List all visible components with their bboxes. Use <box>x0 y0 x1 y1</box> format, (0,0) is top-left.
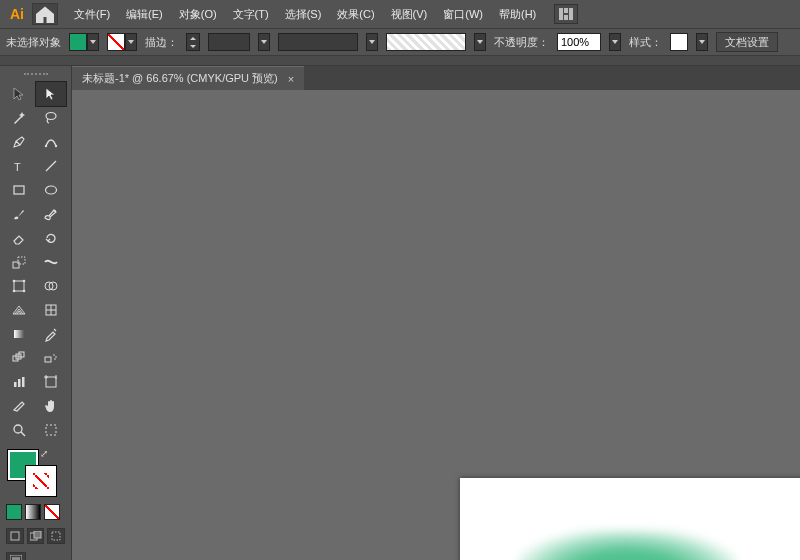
screen-mode-row <box>0 548 71 560</box>
width-tool[interactable] <box>36 250 66 274</box>
opacity-dropdown[interactable] <box>609 33 621 51</box>
fill-swatch[interactable] <box>69 33 87 51</box>
document-setup-button[interactable]: 文档设置 <box>716 32 778 52</box>
hand-tool[interactable] <box>36 394 66 418</box>
draw-normal[interactable] <box>6 528 24 544</box>
pen-tool[interactable] <box>4 130 34 154</box>
slice-tool[interactable] <box>4 394 34 418</box>
screen-mode-button[interactable] <box>6 552 26 560</box>
symbol-sprayer-tool[interactable] <box>36 346 66 370</box>
color-mode-none[interactable] <box>44 504 60 520</box>
zoom-tool[interactable] <box>4 418 34 442</box>
draw-behind-icon <box>30 531 42 541</box>
rotate-tool[interactable] <box>36 226 66 250</box>
blurred-rectangle-object[interactable] <box>517 530 737 560</box>
document-tab[interactable]: 未标题-1* @ 66.67% (CMYK/GPU 预览) × <box>72 66 304 90</box>
graphic-style-swatch[interactable] <box>670 33 688 51</box>
fill-dropdown[interactable] <box>87 33 99 51</box>
magic-wand-tool[interactable] <box>4 106 34 130</box>
transform-icon <box>11 278 27 294</box>
menu-help[interactable]: 帮助(H) <box>491 3 544 26</box>
brush-definition[interactable] <box>386 33 466 51</box>
stroke-color-box[interactable] <box>26 466 56 496</box>
svg-rect-3 <box>569 8 573 20</box>
svg-point-5 <box>44 145 46 147</box>
curvature-tool[interactable] <box>36 130 66 154</box>
artboard-tool[interactable] <box>36 370 66 394</box>
svg-point-15 <box>13 280 16 283</box>
document-tabbar: 未标题-1* @ 66.67% (CMYK/GPU 预览) × <box>0 66 800 90</box>
width-icon <box>43 254 59 270</box>
menu-type[interactable]: 文字(T) <box>225 3 277 26</box>
blend-tool[interactable] <box>4 346 34 370</box>
menu-object[interactable]: 对象(O) <box>171 3 225 26</box>
variable-width-profile[interactable] <box>278 33 358 51</box>
svg-point-11 <box>54 210 56 212</box>
print-tiling-tool[interactable] <box>36 418 66 442</box>
style-label: 样式： <box>629 35 662 50</box>
menu-window[interactable]: 窗口(W) <box>435 3 491 26</box>
ellipse-tool[interactable] <box>36 178 66 202</box>
eyedropper-tool[interactable] <box>36 322 66 346</box>
line-icon <box>43 158 59 174</box>
paintbrush-tool[interactable] <box>4 202 34 226</box>
fill-stroke-controls: ⤢ <box>0 444 71 500</box>
selection-tool[interactable] <box>4 82 34 106</box>
menu-select[interactable]: 选择(S) <box>277 3 330 26</box>
curvature-icon <box>43 134 59 150</box>
type-tool[interactable]: T <box>4 154 34 178</box>
menu-file[interactable]: 文件(F) <box>66 3 118 26</box>
svg-point-6 <box>54 145 56 147</box>
blob-brush-tool[interactable] <box>36 202 66 226</box>
lasso-tool[interactable] <box>36 106 66 130</box>
svg-point-39 <box>14 425 22 433</box>
stroke-weight-field[interactable] <box>208 33 250 51</box>
panel-grip[interactable] <box>0 70 71 80</box>
draw-behind[interactable] <box>27 528 45 544</box>
arrange-documents-button[interactable] <box>554 4 578 24</box>
column-graph-tool[interactable] <box>4 370 34 394</box>
svg-rect-42 <box>11 532 19 540</box>
stroke-dropdown[interactable] <box>125 33 137 51</box>
opacity-field[interactable]: 100% <box>557 33 601 51</box>
graph-icon <box>11 374 27 390</box>
color-mode-row <box>0 500 71 524</box>
mesh-tool[interactable] <box>36 298 66 322</box>
gradient-tool[interactable] <box>4 322 34 346</box>
swap-fill-stroke[interactable]: ⤢ <box>40 448 48 459</box>
canvas-area[interactable] <box>72 90 800 560</box>
tab-close-button[interactable]: × <box>288 73 294 85</box>
color-mode-gradient[interactable] <box>25 504 41 520</box>
stroke-weight-stepper[interactable] <box>186 33 200 51</box>
stroke-swatch[interactable] <box>107 33 125 51</box>
menu-edit[interactable]: 编辑(E) <box>118 3 171 26</box>
style-dropdown[interactable] <box>696 33 708 51</box>
app-logo: Ai <box>4 3 30 25</box>
mesh-icon <box>43 302 59 318</box>
eraser-tool[interactable] <box>4 226 34 250</box>
stroke-weight-dropdown[interactable] <box>258 33 270 51</box>
svg-rect-35 <box>46 377 56 387</box>
shape-builder-tool[interactable] <box>36 274 66 298</box>
width-profile-dropdown[interactable] <box>366 33 378 51</box>
line-segment-tool[interactable] <box>36 154 66 178</box>
home-button[interactable] <box>32 3 58 25</box>
app-menubar: Ai 文件(F) 编辑(E) 对象(O) 文字(T) 选择(S) 效果(C) 视… <box>0 0 800 28</box>
tiling-icon <box>43 422 59 438</box>
brush-dropdown[interactable] <box>474 33 486 51</box>
scale-tool[interactable] <box>4 250 34 274</box>
draw-inside[interactable] <box>47 528 65 544</box>
menu-effect[interactable]: 效果(C) <box>329 3 382 26</box>
selection-status: 未选择对象 <box>6 35 61 50</box>
rectangle-tool[interactable] <box>4 178 34 202</box>
menu-view[interactable]: 视图(V) <box>383 3 436 26</box>
svg-point-10 <box>45 186 56 194</box>
ellipse-icon <box>43 182 59 198</box>
direct-selection-tool[interactable] <box>36 82 66 106</box>
wand-icon <box>11 110 27 126</box>
stroke-swatch-group <box>107 33 137 51</box>
color-mode-solid[interactable] <box>6 504 22 520</box>
svg-rect-0 <box>559 8 563 20</box>
free-transform-tool[interactable] <box>4 274 34 298</box>
perspective-grid-tool[interactable] <box>4 298 34 322</box>
